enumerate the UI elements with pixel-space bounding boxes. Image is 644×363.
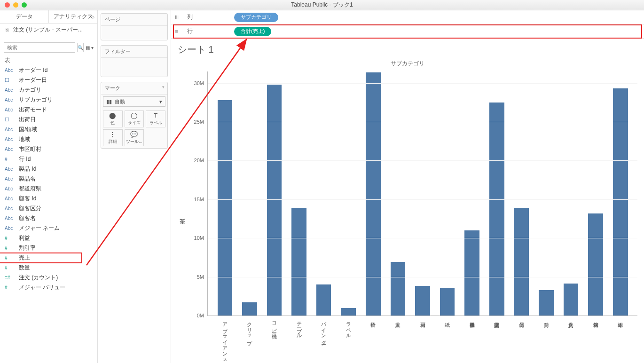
field-行 Id[interactable]: #行 Id <box>0 154 97 164</box>
field-顧客 Id[interactable]: Abc顧客 Id <box>0 194 97 204</box>
text-icon: Abc <box>5 216 15 221</box>
bar-事務機器[interactable] <box>464 230 479 316</box>
field-オーダー日[interactable]: ☐オーダー日 <box>0 75 97 85</box>
mark-button-色[interactable]: ⬤色 <box>103 110 123 127</box>
bar-電話機[interactable] <box>489 103 504 316</box>
bar-slot <box>460 71 485 316</box>
plot-area[interactable]: 0M5M10M15M20M25M30M アプライアンスクリップコピー機テーブルバ… <box>207 71 637 316</box>
y-tick: 10M <box>194 235 204 241</box>
columns-shelf[interactable]: iii 列 サブカテゴリ <box>171 10 644 24</box>
tab-analytics[interactable]: アナリティクス◇ <box>49 10 97 23</box>
field-注文 (カウント)[interactable]: =#注文 (カウント) <box>0 273 97 283</box>
bar-文房具[interactable] <box>564 284 579 316</box>
field-製品名[interactable]: Abc製品名 <box>0 174 97 184</box>
field-メジャー ネーム[interactable]: Abcメジャー ネーム <box>0 223 97 233</box>
field-label: 出荷モード <box>19 106 93 114</box>
bar-slot <box>287 71 312 316</box>
field-数量[interactable]: #数量 <box>0 263 97 273</box>
mark-button-ツール...[interactable]: 💬ツール... <box>125 129 144 146</box>
bar-バインダー[interactable] <box>316 284 331 316</box>
rows-shelf[interactable]: ≡ 行 合計(売上) <box>171 24 644 39</box>
field-国/領域[interactable]: Abc国/領域 <box>0 125 97 134</box>
field-label: 市区町村 <box>19 145 93 153</box>
columns-icon: iii <box>175 14 182 21</box>
text-icon: Abc <box>5 147 15 152</box>
text-icon: Abc <box>5 206 15 211</box>
field-label: 顧客区分 <box>19 205 93 213</box>
text-icon: Abc <box>5 127 15 132</box>
bar-本棚[interactable] <box>613 88 628 316</box>
bar-封筒[interactable] <box>539 290 554 316</box>
chart-container: サブカテゴリ 売上 0M5M10M15M20M25M30M アプライアンスクリッ… <box>171 58 644 363</box>
number-icon: # <box>5 255 15 260</box>
search-row: 🔍 ▦ ▾ <box>0 40 97 55</box>
x-label: 封筒 <box>534 316 559 359</box>
field-顧客区分[interactable]: Abc顧客区分 <box>0 204 97 213</box>
search-icon[interactable]: 🔍 <box>77 43 84 52</box>
bar-ラベル[interactable] <box>341 308 356 316</box>
text-icon: Abc <box>5 137 15 142</box>
pill-subcategory[interactable]: サブカテゴリ <box>234 13 278 22</box>
x-label: 紙 <box>435 316 460 359</box>
field-メジャー バリュー[interactable]: #メジャー バリュー <box>0 283 97 292</box>
bar-slot <box>558 71 583 316</box>
tab-data[interactable]: データ <box>0 10 49 23</box>
x-label: 事務機器 <box>460 316 485 359</box>
text-icon: Abc <box>5 196 15 201</box>
bar-クリップ[interactable] <box>242 302 257 316</box>
field-カテゴリ[interactable]: Abcカテゴリ <box>0 85 97 95</box>
bar-slot <box>410 71 435 316</box>
field-label: 行 Id <box>19 155 93 163</box>
x-label: アプライアンス <box>212 316 237 359</box>
field-label: 顧客名 <box>19 214 93 222</box>
y-tick: 20M <box>194 158 204 163</box>
field-顧客名[interactable]: Abc顧客名 <box>0 213 97 223</box>
x-label: 付属品 <box>509 316 534 359</box>
field-サブカテゴリ[interactable]: Abcサブカテゴリ <box>0 95 97 105</box>
bar-付属品[interactable] <box>514 208 529 316</box>
y-tick: 30M <box>194 80 204 86</box>
field-都道府県[interactable]: Abc都道府県 <box>0 184 97 194</box>
mark-type-dropdown[interactable]: ▮▮自動 ▾ <box>103 96 165 107</box>
field-オーダー Id[interactable]: Abcオーダー Id <box>0 65 97 75</box>
mark-button-サイズ[interactable]: ◯サイズ <box>125 110 144 127</box>
text-icon: Abc <box>5 68 15 73</box>
view-list-icon[interactable]: ▦ ▾ <box>86 43 94 52</box>
bar-画材[interactable] <box>415 286 430 316</box>
bar-コピー機[interactable] <box>267 85 282 316</box>
mark-label: 詳細 <box>109 139 117 145</box>
pages-shelf-label: ページ <box>105 16 120 22</box>
calendar-icon: ☐ <box>5 77 15 83</box>
field-label: 都道府県 <box>19 185 93 193</box>
search-input[interactable] <box>4 42 75 53</box>
bar-椅子[interactable] <box>366 72 381 316</box>
x-label: テーブル <box>287 316 312 359</box>
bar-家具[interactable] <box>391 262 406 316</box>
bar-アプライアンス[interactable] <box>218 100 233 316</box>
mark-button-詳細[interactable]: ⋮詳細 <box>103 129 123 146</box>
field-list: Abcオーダー Id☐オーダー日AbcカテゴリAbcサブカテゴリAbc出荷モード… <box>0 65 97 292</box>
pages-shelf[interactable]: ページ <box>101 13 168 40</box>
app-body: データ アナリティクス◇ ⎘ 注文 (サンプル - スーパー... 🔍 ▦ ▾ … <box>0 10 644 363</box>
field-出荷モード[interactable]: Abc出荷モード <box>0 105 97 115</box>
datasource-row[interactable]: ⎘ 注文 (サンプル - スーパー... <box>0 24 97 36</box>
filters-shelf-label: フィルター <box>105 48 131 54</box>
field-製品 Id[interactable]: Abc製品 Id <box>0 164 97 174</box>
filters-shelf[interactable]: フィルター <box>101 45 168 77</box>
text-icon: Abc <box>5 186 15 191</box>
bar-chart-icon: ▮▮ <box>106 99 112 105</box>
field-割引率[interactable]: #割引率 <box>0 243 97 253</box>
field-市区町村[interactable]: Abc市区町村 <box>0 144 97 154</box>
field-出荷日[interactable]: ☐出荷日 <box>0 115 97 125</box>
pill-sum-sales[interactable]: 合計(売上) <box>234 27 271 36</box>
bar-保管箱[interactable] <box>588 213 603 316</box>
field-利益[interactable]: #利益 <box>0 233 97 243</box>
x-label: クリップ <box>237 316 262 359</box>
sheet-title[interactable]: シート 1 <box>171 39 644 58</box>
field-売上[interactable]: #売上 <box>0 253 97 263</box>
bar-紙[interactable] <box>440 288 455 316</box>
mark-button-ラベル[interactable]: Tラベル <box>146 110 165 127</box>
x-label: 本棚 <box>608 316 633 359</box>
bar-テーブル[interactable] <box>291 208 306 316</box>
field-地域[interactable]: Abc地域 <box>0 134 97 144</box>
